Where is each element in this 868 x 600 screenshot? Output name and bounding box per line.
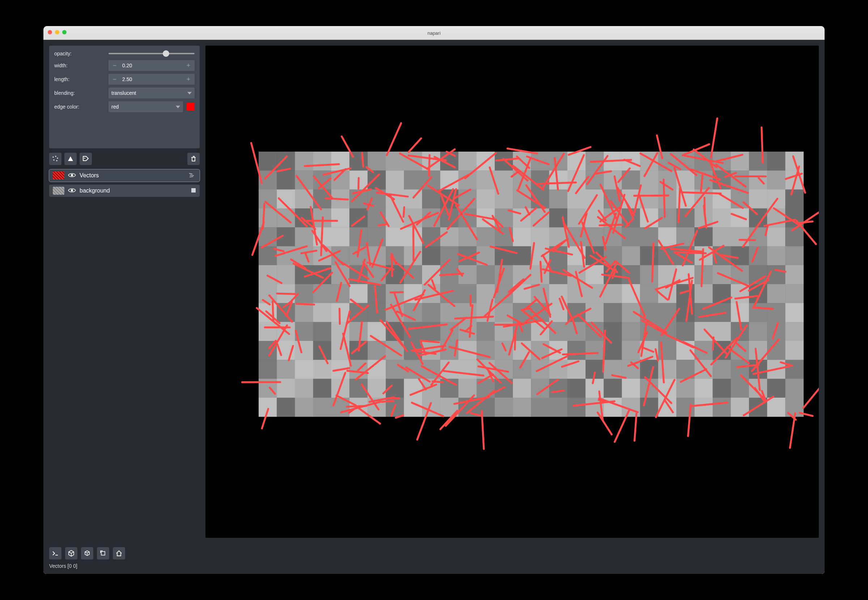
add-shapes-button[interactable] bbox=[64, 153, 77, 165]
console-button[interactable] bbox=[49, 547, 62, 559]
svg-rect-84 bbox=[513, 189, 531, 209]
window-controls bbox=[48, 30, 67, 34]
edge-color-swatch[interactable] bbox=[187, 103, 195, 111]
svg-rect-399 bbox=[785, 379, 804, 398]
visibility-icon[interactable] bbox=[68, 188, 76, 194]
roll-icon bbox=[83, 550, 91, 557]
svg-rect-247 bbox=[749, 284, 767, 303]
svg-point-2 bbox=[57, 158, 58, 159]
layer-vectors[interactable]: Vectors bbox=[49, 169, 200, 182]
width-value: 0.20 bbox=[121, 63, 182, 68]
transpose-button[interactable] bbox=[97, 547, 109, 559]
svg-rect-308 bbox=[767, 322, 786, 341]
chevron-down-icon bbox=[176, 106, 180, 108]
svg-rect-347 bbox=[386, 360, 404, 379]
home-button[interactable] bbox=[113, 547, 125, 559]
transpose-icon bbox=[100, 550, 107, 557]
svg-rect-303 bbox=[676, 322, 695, 341]
svg-rect-202 bbox=[477, 265, 495, 285]
length-stepper[interactable]: − 2.50 + bbox=[109, 74, 195, 85]
slider-thumb[interactable] bbox=[163, 50, 169, 57]
zoom-icon[interactable] bbox=[62, 30, 67, 34]
svg-rect-99 bbox=[785, 189, 804, 209]
svg-rect-219 bbox=[785, 265, 804, 285]
svg-rect-401 bbox=[277, 398, 295, 417]
svg-rect-395 bbox=[712, 379, 731, 398]
svg-line-465 bbox=[755, 308, 773, 309]
blending-label: blending: bbox=[54, 90, 105, 96]
svg-rect-244 bbox=[694, 284, 713, 303]
svg-rect-330 bbox=[622, 341, 640, 360]
width-stepper[interactable]: − 0.20 + bbox=[109, 60, 195, 71]
increment-icon[interactable]: + bbox=[182, 74, 195, 85]
add-labels-button[interactable] bbox=[80, 153, 92, 165]
svg-rect-341 bbox=[277, 360, 295, 379]
svg-rect-188 bbox=[767, 246, 786, 265]
svg-rect-125 bbox=[712, 208, 731, 227]
decrement-icon[interactable]: − bbox=[109, 74, 121, 85]
svg-rect-269 bbox=[603, 303, 622, 322]
svg-rect-423 bbox=[676, 398, 695, 417]
increment-icon[interactable]: + bbox=[182, 60, 195, 71]
svg-rect-16 bbox=[367, 152, 386, 171]
cube-icon bbox=[68, 550, 75, 557]
svg-rect-48 bbox=[404, 170, 422, 189]
svg-rect-72 bbox=[295, 189, 313, 209]
svg-rect-231 bbox=[458, 284, 477, 303]
roll-button[interactable] bbox=[81, 547, 93, 559]
svg-rect-137 bbox=[386, 227, 404, 247]
svg-line-740 bbox=[674, 252, 706, 253]
svg-line-632 bbox=[413, 226, 414, 261]
svg-rect-361 bbox=[640, 360, 659, 379]
svg-rect-136 bbox=[367, 227, 386, 247]
svg-rect-322 bbox=[477, 341, 495, 360]
svg-rect-272 bbox=[658, 303, 677, 322]
svg-rect-132 bbox=[295, 227, 313, 247]
blending-select[interactable]: translucent bbox=[109, 88, 195, 98]
opacity-label: opacity: bbox=[54, 51, 105, 56]
ndisplay-button[interactable] bbox=[65, 547, 77, 559]
svg-rect-268 bbox=[585, 303, 604, 322]
svg-rect-159 bbox=[785, 227, 804, 247]
add-points-button[interactable] bbox=[49, 153, 62, 165]
svg-line-751 bbox=[277, 294, 295, 294]
svg-rect-53 bbox=[495, 170, 513, 189]
svg-rect-279 bbox=[785, 303, 804, 322]
svg-rect-86 bbox=[549, 189, 568, 209]
minimize-icon[interactable] bbox=[55, 30, 59, 34]
svg-rect-189 bbox=[785, 246, 804, 265]
svg-point-4 bbox=[56, 160, 57, 161]
opacity-slider[interactable] bbox=[109, 50, 195, 57]
svg-rect-417 bbox=[567, 398, 586, 417]
svg-rect-100 bbox=[259, 208, 277, 227]
delete-layer-button[interactable] bbox=[188, 153, 200, 165]
decrement-icon[interactable]: − bbox=[109, 60, 121, 71]
status-bar: Vectors [0 0] bbox=[44, 562, 824, 574]
svg-rect-421 bbox=[640, 398, 659, 417]
svg-rect-239 bbox=[603, 284, 622, 303]
svg-rect-236 bbox=[549, 284, 568, 303]
layer-thumbnail bbox=[53, 187, 64, 195]
canvas[interactable] bbox=[206, 45, 819, 538]
layer-background[interactable]: background bbox=[49, 185, 200, 197]
svg-rect-150 bbox=[622, 227, 640, 247]
svg-rect-285 bbox=[349, 322, 368, 341]
svg-rect-270 bbox=[622, 303, 640, 322]
close-icon[interactable] bbox=[48, 30, 52, 34]
svg-rect-67 bbox=[749, 170, 767, 189]
edge-color-select[interactable]: red bbox=[109, 102, 183, 112]
svg-rect-248 bbox=[767, 284, 786, 303]
svg-rect-11 bbox=[277, 152, 295, 171]
sidebar: opacity: width: − 0.20 + bbox=[44, 40, 206, 544]
visibility-icon[interactable] bbox=[68, 172, 76, 179]
canvas-svg bbox=[206, 45, 819, 538]
svg-rect-253 bbox=[313, 303, 332, 322]
svg-line-532 bbox=[404, 208, 404, 217]
svg-line-678 bbox=[347, 406, 366, 407]
width-row: width: − 0.20 + bbox=[54, 60, 195, 71]
svg-line-562 bbox=[362, 153, 363, 167]
svg-rect-402 bbox=[295, 398, 313, 417]
svg-line-598 bbox=[379, 224, 387, 226]
svg-rect-134 bbox=[331, 227, 350, 247]
svg-rect-329 bbox=[603, 341, 622, 360]
